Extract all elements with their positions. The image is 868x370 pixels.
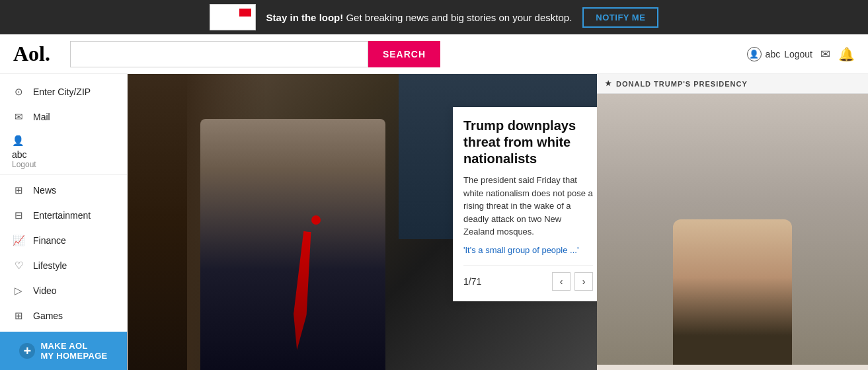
plus-icon: +	[19, 343, 35, 359]
sidebar-user-block: 👤 abc Logout	[0, 130, 127, 172]
sidebar-label-news: News	[33, 185, 56, 196]
sidebar-user-logout[interactable]: Logout	[12, 160, 115, 169]
trump-tie	[288, 231, 317, 351]
main-layout: ⊙ Enter City/ZIP ✉ Mail 👤 abc Logout ⊞ N…	[0, 74, 868, 370]
sidebar-label-finance: Finance	[33, 235, 66, 246]
news-card: Trump downplays threat from white nation…	[453, 107, 597, 301]
sidebar-label-lifestyle: Lifestyle	[33, 260, 67, 271]
news-card-footer: 1/71 ‹ ›	[463, 265, 593, 291]
news-card-navigation: ‹ ›	[552, 272, 593, 291]
news-card-title: Trump downplays threat from white nation…	[463, 118, 593, 167]
notification-bar: Stay in the loop! Get breaking news and …	[0, 0, 868, 34]
notify-me-button[interactable]: NOTIFY ME	[582, 7, 658, 28]
games-icon: ⊞	[12, 309, 25, 322]
sidebar-username: abc	[12, 149, 115, 160]
sidebar-item-mail[interactable]: ✉ Mail	[0, 104, 127, 130]
sidebar-label-entertainment: Entertainment	[33, 210, 91, 221]
left-image-panel	[128, 74, 187, 370]
sidebar-item-finance[interactable]: 📈 Finance	[0, 228, 127, 253]
trump-figure	[200, 119, 385, 370]
bell-icon[interactable]: 🔔	[838, 46, 855, 62]
user-icon: 👤	[747, 47, 762, 61]
news-next-button[interactable]: ›	[574, 272, 593, 291]
header-username: abc	[766, 49, 781, 59]
trump-right-image	[673, 219, 792, 365]
entertainment-icon: ⊟	[12, 209, 25, 222]
right-panel-image	[597, 94, 868, 365]
finance-icon: 📈	[12, 234, 25, 247]
sidebar-item-video[interactable]: ▷ Video	[0, 278, 127, 303]
search-bar: SEARCH	[70, 41, 440, 67]
sidebar-item-lifestyle[interactable]: ♡ Lifestyle	[0, 253, 127, 278]
notification-image	[210, 4, 256, 30]
right-panel-header: ★ DONALD TRUMP'S PRESIDENCY	[597, 74, 868, 94]
hero-section: Trump downplays threat from white nation…	[187, 74, 597, 370]
sidebar-label-games: Games	[33, 311, 63, 321]
header-user: 👤 abc Logout	[747, 47, 812, 61]
news-icon: ⊞	[12, 184, 25, 197]
make-homepage-line1: MAKE AOL	[40, 341, 107, 351]
user-sidebar-icon: 👤	[12, 135, 25, 148]
sidebar-item-news[interactable]: ⊞ News	[0, 178, 127, 203]
news-card-description: The president said Friday that white nat…	[463, 174, 593, 239]
star-icon: ★	[605, 79, 612, 88]
make-homepage-line2: MY HOMEPAGE	[40, 351, 107, 361]
trump-flag-pin	[311, 215, 321, 225]
news-card-link[interactable]: 'It's a small group of people ...'	[463, 245, 578, 255]
right-panel-title: DONALD TRUMP'S PRESIDENCY	[616, 80, 748, 88]
sidebar: ⊙ Enter City/ZIP ✉ Mail 👤 abc Logout ⊞ N…	[0, 74, 128, 370]
notification-subtext: Get breaking news and big stories on you…	[346, 12, 572, 23]
header-logout-link[interactable]: Logout	[784, 49, 812, 59]
sidebar-label-location: Enter City/ZIP	[33, 87, 91, 97]
logo[interactable]: Aol.	[13, 42, 50, 66]
right-panel: ★ DONALD TRUMP'S PRESIDENCY	[597, 74, 868, 370]
sidebar-label-mail: Mail	[33, 112, 50, 122]
sidebar-label-video: Video	[33, 285, 57, 296]
mail-icon[interactable]: ✉	[820, 47, 830, 61]
search-input[interactable]	[70, 41, 368, 67]
sidebar-item-entertainment[interactable]: ⊟ Entertainment	[0, 203, 127, 228]
video-icon: ▷	[12, 284, 25, 297]
sidebar-item-location[interactable]: ⊙ Enter City/ZIP	[0, 79, 127, 104]
notification-text: Stay in the loop! Get breaking news and …	[266, 12, 572, 23]
location-icon: ⊙	[12, 85, 25, 98]
search-button[interactable]: SEARCH	[368, 41, 440, 67]
header: Aol. SEARCH 👤 abc Logout ✉ 🔔	[0, 34, 868, 74]
make-homepage-text: MAKE AOL MY HOMEPAGE	[40, 341, 107, 361]
sidebar-item-games[interactable]: ⊞ Games	[0, 303, 127, 328]
header-right: 👤 abc Logout ✉ 🔔	[747, 46, 855, 62]
news-card-counter: 1/71	[463, 276, 481, 287]
lifestyle-icon: ♡	[12, 259, 25, 272]
notification-strong: Stay in the loop!	[266, 12, 344, 23]
sidebar-divider	[0, 174, 127, 175]
news-prev-button[interactable]: ‹	[552, 272, 571, 291]
make-homepage-button[interactable]: + MAKE AOL MY HOMEPAGE	[0, 332, 127, 370]
mail-sidebar-icon: ✉	[12, 110, 25, 124]
content-area: Trump downplays threat from white nation…	[128, 74, 868, 370]
